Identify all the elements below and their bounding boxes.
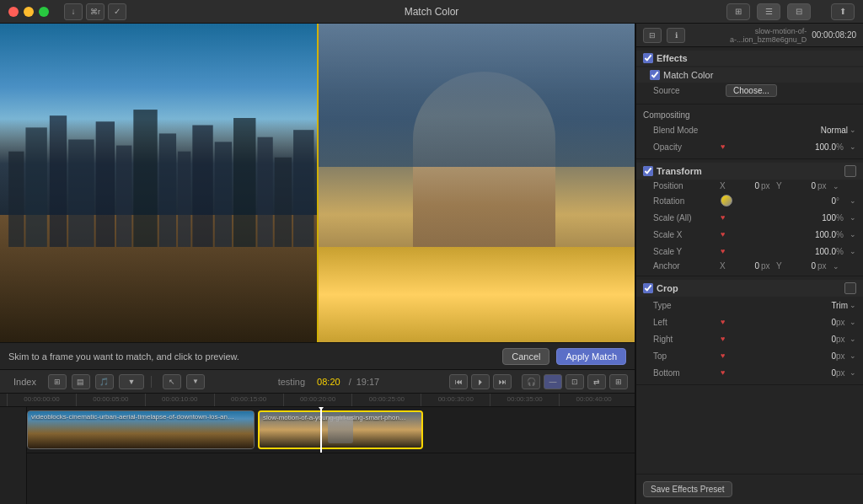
- tl-right-tools: ⏮ ⏵ ⏭ 🎧 — ⊡ ⇄ ⊞: [449, 374, 628, 389]
- position-row: Position X 0 px Y 0 px ⌄: [636, 180, 863, 192]
- crop-left-label: Left: [653, 318, 721, 327]
- position-y-field: Y 0 px: [776, 181, 829, 190]
- choose-button[interactable]: Choose...: [726, 84, 777, 97]
- crop-left-value: 0: [726, 318, 836, 327]
- current-timecode: 08:20: [317, 377, 340, 387]
- rotation-circle-icon[interactable]: [721, 195, 732, 206]
- blend-mode-chevron[interactable]: ⌄: [850, 126, 856, 134]
- crop-checkbox[interactable]: [643, 283, 653, 293]
- rotation-chevron[interactable]: ⌄: [850, 196, 856, 205]
- skip-back-btn[interactable]: ⏮: [449, 374, 468, 389]
- ruler-tick-1: 00:00:05:00: [76, 394, 145, 406]
- svg-rect-7: [159, 133, 176, 247]
- clip-city[interactable]: videoblocks-cinematic-urban-aerial-timel…: [27, 410, 255, 449]
- traffic-lights: [8, 7, 49, 17]
- preview-right[interactable]: [319, 24, 635, 342]
- nav-check-button[interactable]: ✓: [108, 3, 126, 20]
- scale-x-row: Scale X ♥ 100.0 % ⌄: [636, 226, 863, 243]
- rotation-label: Rotation: [653, 196, 721, 206]
- save-effects-preset-button[interactable]: Save Effects Preset: [643, 481, 732, 497]
- share-button[interactable]: ⬆: [831, 3, 855, 20]
- appearance-btn[interactable]: ⊡: [566, 374, 584, 389]
- transform-checkbox[interactable]: [643, 166, 653, 176]
- match-color-subsection: Match Color Source Choose...: [636, 66, 863, 100]
- split-view-button[interactable]: ⊟: [787, 3, 811, 20]
- list-view-button[interactable]: ☰: [757, 3, 780, 20]
- crop-section-header: Crop: [636, 280, 863, 297]
- match-color-header: Match Color: [636, 67, 863, 83]
- minimize-button[interactable]: [24, 7, 34, 17]
- dropdown-btn[interactable]: ▼: [119, 374, 144, 389]
- playhead[interactable]: [320, 407, 322, 453]
- transform-clip-icon[interactable]: [844, 165, 856, 177]
- video-track-row: videoblocks-cinematic-urban-aerial-timel…: [27, 407, 635, 453]
- play-btn[interactable]: ⏵: [471, 374, 490, 389]
- anchor-chevron[interactable]: ⌄: [833, 262, 839, 271]
- window-bg: [319, 24, 635, 167]
- clip-view-btn[interactable]: ⊞: [48, 374, 67, 389]
- crop-type-value: Trim: [721, 301, 848, 310]
- zoom-btn[interactable]: ⊞: [609, 374, 628, 389]
- preview-left[interactable]: [0, 24, 317, 342]
- select-tool-btn[interactable]: ↖: [163, 374, 181, 389]
- scale-all-chevron[interactable]: ⌄: [850, 213, 856, 222]
- timecode-display: 00:00:08:20: [812, 30, 856, 40]
- maximize-button[interactable]: [39, 7, 49, 17]
- scale-y-label: Scale Y: [653, 247, 721, 256]
- opacity-chevron[interactable]: ⌄: [850, 142, 856, 151]
- svg-rect-4: [96, 121, 115, 247]
- ruler-tick-8: 00:00:40:00: [559, 394, 628, 406]
- filmstrip-btn[interactable]: ▤: [72, 374, 90, 389]
- crop-type-chevron[interactable]: ⌄: [850, 301, 856, 309]
- titlebar: ↓ ⌘r ✓ Match Color ⊞ ☰ ⊟ ⬆: [0, 0, 863, 24]
- clip-city-label: videoblocks-cinematic-urban-aerial-timel…: [31, 413, 234, 421]
- project-name-label: testing: [278, 377, 305, 387]
- match-color-checkbox[interactable]: [650, 70, 660, 80]
- bus-scene-bg: [319, 24, 635, 342]
- nav-back-button[interactable]: ↓: [64, 3, 83, 20]
- ruler-tick-0: 00:00:00:00: [7, 394, 76, 406]
- svg-rect-0: [8, 151, 24, 246]
- scale-y-chevron[interactable]: ⌄: [850, 247, 856, 255]
- connection-btn[interactable]: ⇄: [587, 374, 606, 389]
- grid-view-button[interactable]: ⊞: [726, 3, 750, 20]
- svg-rect-13: [275, 157, 292, 246]
- nav-cmd-button[interactable]: ⌘r: [86, 3, 105, 20]
- clip-bus[interactable]: slow-motion-of-a-young-girl-using-smart-…: [258, 410, 423, 449]
- track-area[interactable]: videoblocks-cinematic-urban-aerial-timel…: [27, 407, 635, 504]
- crop-top-chevron[interactable]: ⌄: [850, 351, 856, 360]
- cancel-button[interactable]: Cancel: [502, 348, 549, 365]
- svg-rect-12: [257, 137, 272, 246]
- crop-clip-icon[interactable]: [844, 282, 856, 294]
- crop-bottom-chevron[interactable]: ⌄: [850, 368, 856, 377]
- position-y-value: 0: [786, 181, 816, 190]
- effects-checkbox[interactable]: [643, 53, 653, 63]
- audio-btn[interactable]: 🎵: [95, 374, 114, 389]
- ruler-tick-7: 00:00:35:00: [490, 394, 559, 406]
- headphones-btn[interactable]: 🎧: [522, 374, 540, 389]
- scale-x-chevron[interactable]: ⌄: [850, 230, 856, 239]
- close-button[interactable]: [8, 7, 19, 17]
- svg-rect-11: [233, 118, 255, 247]
- ruler-tick-2: 00:00:10:00: [145, 394, 214, 406]
- crop-right-chevron[interactable]: ⌄: [850, 335, 856, 343]
- mute-btn[interactable]: —: [544, 374, 562, 389]
- apply-match-button[interactable]: Apply Match: [556, 348, 626, 365]
- rotation-value: 0: [732, 196, 836, 206]
- anchor-x-value: 0: [730, 261, 759, 271]
- inspector-info-btn[interactable]: ℹ: [667, 28, 685, 43]
- skip-fwd-btn[interactable]: ⏭: [493, 374, 512, 389]
- anchor-x-field: X 0 px: [720, 261, 773, 271]
- file-name-label: slow-motion-of-a-...ion_bzm8e6gnu_D: [690, 27, 807, 44]
- position-chevron[interactable]: ⌄: [833, 182, 839, 190]
- crop-left-chevron[interactable]: ⌄: [850, 318, 856, 326]
- ruler-tick-5: 00:00:25:00: [351, 394, 421, 406]
- scale-x-value: 100.0: [726, 230, 836, 239]
- crop-right-label: Right: [653, 335, 721, 344]
- crop-bottom-unit: px: [836, 368, 848, 378]
- blade-tool-btn[interactable]: ▼: [186, 374, 205, 389]
- compositing-section: Compositing Blend Mode Normal ⌄ Opacity …: [636, 105, 863, 159]
- crop-top-row: Top ♥ 0 px ⌄: [636, 347, 863, 364]
- right-panel: ⊟ ℹ slow-motion-of-a-...ion_bzm8e6gnu_D …: [635, 24, 863, 504]
- inspector-icon-1[interactable]: ⊟: [643, 28, 662, 43]
